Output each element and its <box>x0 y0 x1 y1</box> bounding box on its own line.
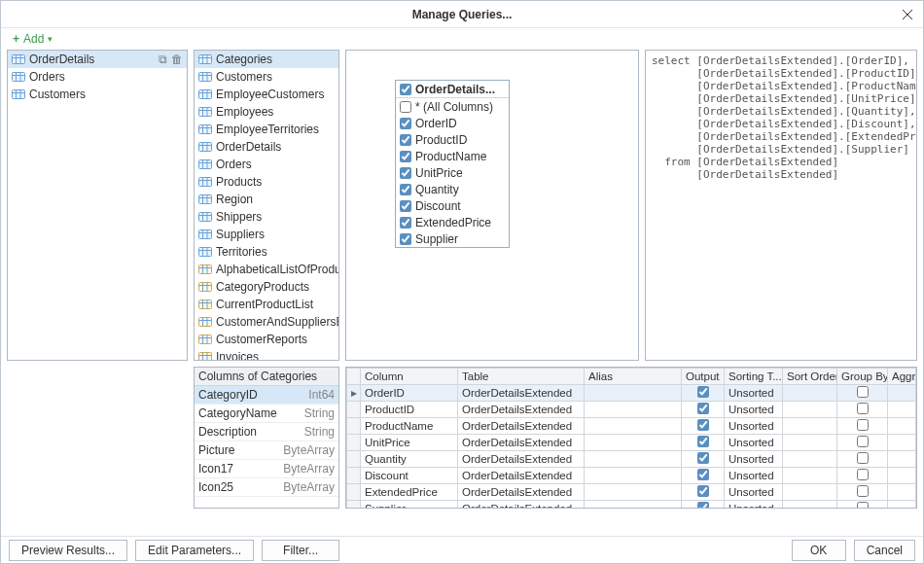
grid-cell-sorting[interactable]: Unsorted <box>725 484 783 501</box>
grid-cell-sortorder[interactable] <box>783 385 837 402</box>
grid-cell-sortorder[interactable] <box>783 402 837 418</box>
grid-row[interactable]: ExtendedPriceOrderDetailsExtendedUnsorte… <box>347 484 916 501</box>
table-columns-box[interactable]: OrderDetails... * (All Columns) OrderIDP… <box>395 80 510 248</box>
grid-cell-aggregate[interactable] <box>888 402 916 418</box>
groupby-check[interactable] <box>857 403 869 414</box>
table-item[interactable]: OrderDetails <box>195 138 338 156</box>
table-item[interactable]: Products <box>195 173 338 191</box>
close-icon[interactable] <box>898 5 917 24</box>
groupby-check[interactable] <box>857 436 869 447</box>
grid-cell-sortorder[interactable] <box>783 468 837 484</box>
query-item[interactable]: OrderDetails⧉🗑 <box>8 51 187 68</box>
grid-cell-alias[interactable] <box>585 501 682 509</box>
edit-parameters-button[interactable]: Edit Parameters... <box>135 540 254 561</box>
column-check[interactable] <box>400 151 411 162</box>
column-row[interactable]: ProductID <box>396 131 509 148</box>
grid-row[interactable]: ProductNameOrderDetailsExtendedUnsorted <box>347 418 916 435</box>
table-item[interactable]: EmployeeTerritories <box>195 121 338 138</box>
grid-cell-sorting[interactable]: Unsorted <box>725 385 783 402</box>
grid-cell-sorting[interactable]: Unsorted <box>725 501 783 509</box>
output-check[interactable] <box>697 386 709 398</box>
grid-cell-sortorder[interactable] <box>783 451 837 468</box>
grid-cell-alias[interactable] <box>585 451 682 468</box>
grid-cell-aggregate[interactable] <box>888 484 916 501</box>
grid-header[interactable]: Output <box>682 369 725 385</box>
grid-cell-sortorder[interactable] <box>783 484 837 501</box>
grid-cell-aggregate[interactable] <box>888 501 916 509</box>
table-item[interactable]: AlphabeticalListOfProducts <box>195 261 338 278</box>
grid-cell-table[interactable]: OrderDetailsExtended <box>458 418 585 435</box>
grid-cell-output[interactable] <box>682 501 725 509</box>
output-check[interactable] <box>697 502 709 508</box>
grid-cell-groupby[interactable] <box>837 435 888 451</box>
preview-results-button[interactable]: Preview Results... <box>9 540 127 561</box>
grid-cell-table[interactable]: OrderDetailsExtended <box>458 385 585 402</box>
grid-cell-column[interactable]: UnitPrice <box>361 435 458 451</box>
grid-cell-output[interactable] <box>682 385 725 402</box>
columns-header-check[interactable] <box>400 84 411 95</box>
grid-cell-column[interactable]: Discount <box>361 468 458 484</box>
groupby-check[interactable] <box>857 386 869 398</box>
grid-cell-groupby[interactable] <box>837 484 888 501</box>
grid-cell-output[interactable] <box>682 451 725 468</box>
grid-cell-sortorder[interactable] <box>783 435 837 451</box>
grid-cell-alias[interactable] <box>585 468 682 484</box>
grid-cell-sorting[interactable]: Unsorted <box>725 418 783 435</box>
column-row[interactable]: Supplier <box>396 230 509 247</box>
grid-cell-output[interactable] <box>682 402 725 418</box>
column-check[interactable] <box>400 167 411 179</box>
grid-cell-column[interactable]: ProductID <box>361 402 458 418</box>
groupby-check[interactable] <box>857 419 869 431</box>
column-row[interactable]: Quantity <box>396 181 509 197</box>
grid-cell-groupby[interactable] <box>837 451 888 468</box>
grid-cell-output[interactable] <box>682 435 725 451</box>
grid-cell-sorting[interactable]: Unsorted <box>725 451 783 468</box>
columns-box-header[interactable]: OrderDetails... <box>396 81 509 98</box>
grid-cell-aggregate[interactable] <box>888 418 916 435</box>
grid-cell-table[interactable]: OrderDetailsExtended <box>458 468 585 484</box>
output-check[interactable] <box>697 419 709 431</box>
table-item[interactable]: Categories <box>195 51 338 68</box>
grid-cell-table[interactable]: OrderDetailsExtended <box>458 484 585 501</box>
grid-cell-aggregate[interactable] <box>888 451 916 468</box>
table-item[interactable]: CustomerReports <box>195 331 338 348</box>
schema-row[interactable]: Icon17ByteArray <box>195 460 338 478</box>
column-row[interactable]: UnitPrice <box>396 164 509 181</box>
grid-cell-sorting[interactable]: Unsorted <box>725 402 783 418</box>
ok-button[interactable]: OK <box>792 540 846 561</box>
table-item[interactable]: CustomerAndSuppliersByCity <box>195 313 338 331</box>
copy-icon[interactable]: ⧉ <box>159 53 167 66</box>
table-item[interactable]: Customers <box>195 68 338 86</box>
grid-header[interactable]: Alias <box>585 369 682 385</box>
column-all-row[interactable]: * (All Columns) <box>396 98 509 115</box>
grid-cell-alias[interactable] <box>585 385 682 402</box>
grid-cell-groupby[interactable] <box>837 385 888 402</box>
designer-canvas[interactable]: OrderDetails... * (All Columns) OrderIDP… <box>345 50 639 361</box>
grid-row[interactable]: ▸OrderIDOrderDetailsExtendedUnsorted <box>347 385 916 402</box>
groupby-check[interactable] <box>857 469 869 480</box>
column-all-check[interactable] <box>400 101 411 113</box>
grid-header[interactable]: Aggregate <box>888 369 916 385</box>
grid-row[interactable]: DiscountOrderDetailsExtendedUnsorted <box>347 468 916 484</box>
output-check[interactable] <box>697 436 709 447</box>
schema-row[interactable]: Icon25ByteArray <box>195 478 338 497</box>
grid-cell-sortorder[interactable] <box>783 501 837 509</box>
column-check[interactable] <box>400 217 411 229</box>
schema-row[interactable]: PictureByteArray <box>195 441 338 460</box>
grid-cell-sorting[interactable]: Unsorted <box>725 468 783 484</box>
grid-cell-alias[interactable] <box>585 484 682 501</box>
column-check[interactable] <box>400 134 411 146</box>
column-row[interactable]: OrderID <box>396 115 509 131</box>
groupby-check[interactable] <box>857 452 869 464</box>
grid-row[interactable]: ProductIDOrderDetailsExtendedUnsorted <box>347 402 916 418</box>
grid-header[interactable]: Sort Order <box>783 369 837 385</box>
grid-cell-aggregate[interactable] <box>888 435 916 451</box>
grid-cell-column[interactable]: Quantity <box>361 451 458 468</box>
grid-cell-table[interactable]: OrderDetailsExtended <box>458 501 585 509</box>
grid-cell-groupby[interactable] <box>837 501 888 509</box>
add-button[interactable]: + Add ▾ <box>9 31 56 47</box>
query-item[interactable]: Orders <box>8 68 187 86</box>
table-item[interactable]: Suppliers <box>195 226 338 243</box>
grid-row[interactable]: SupplierOrderDetailsExtendedUnsorted <box>347 501 916 509</box>
grid-cell-groupby[interactable] <box>837 402 888 418</box>
